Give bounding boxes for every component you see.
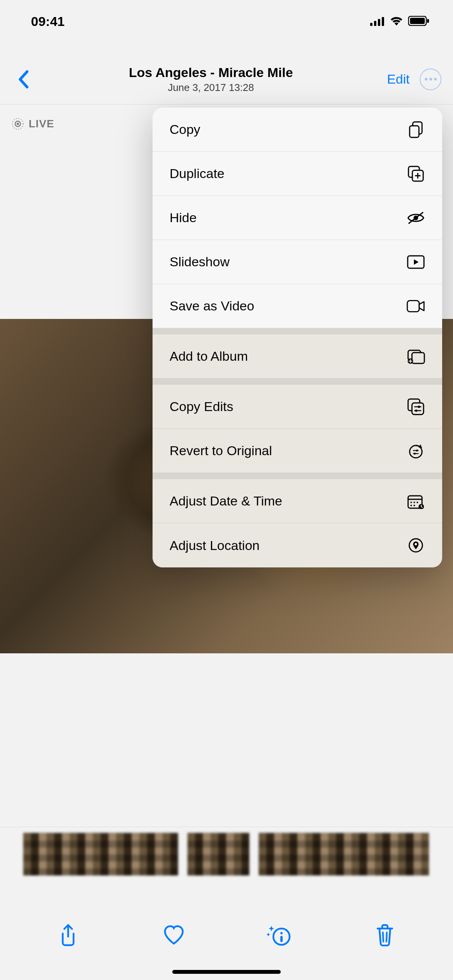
revert-icon (407, 442, 425, 460)
back-button[interactable] (12, 70, 35, 89)
svg-rect-2 (378, 19, 380, 26)
nav-title-group: Los Angeles - Miracle Mile June 3, 2017 … (35, 65, 387, 94)
svg-point-34 (414, 505, 415, 506)
menu-item-revert[interactable]: Revert to Original (153, 429, 442, 473)
heart-icon (163, 925, 185, 945)
share-icon (59, 923, 77, 947)
svg-line-42 (386, 932, 387, 942)
eye-slash-icon (407, 209, 425, 227)
live-badge: LIVE (12, 118, 54, 130)
share-button[interactable] (55, 922, 82, 949)
menu-item-slideshow[interactable]: Slideshow (153, 240, 442, 284)
svg-rect-1 (374, 21, 376, 26)
live-photo-icon (12, 118, 24, 130)
menu-item-duplicate[interactable]: Duplicate (153, 152, 442, 196)
svg-rect-10 (410, 126, 419, 137)
menu-item-label: Adjust Date & Time (170, 493, 282, 509)
live-badge-label: LIVE (29, 118, 54, 130)
play-rectangle-icon (407, 253, 425, 271)
svg-line-41 (383, 932, 383, 942)
svg-point-8 (17, 123, 19, 125)
svg-rect-15 (407, 300, 419, 312)
svg-rect-16 (412, 353, 424, 363)
svg-point-30 (410, 502, 412, 503)
location-icon (407, 536, 425, 555)
svg-point-27 (414, 452, 416, 454)
menu-separator (153, 473, 442, 479)
video-icon (407, 297, 425, 315)
duplicate-icon (407, 164, 425, 183)
menu-item-hide[interactable]: Hide (153, 196, 442, 240)
delete-button[interactable] (371, 922, 398, 949)
thumbnail[interactable] (23, 833, 178, 875)
wifi-icon (390, 14, 403, 29)
nav-title: Los Angeles - Miracle Mile (35, 65, 387, 80)
info-sparkle-icon (267, 924, 292, 946)
thumbnail-scrubber[interactable] (0, 827, 453, 877)
svg-rect-0 (370, 23, 372, 26)
trash-icon (375, 924, 395, 946)
menu-item-add-to-album[interactable]: Add to Album (153, 334, 442, 379)
menu-item-label: Copy (170, 122, 200, 137)
ellipsis-icon (425, 78, 437, 81)
menu-item-label: Copy Edits (170, 399, 233, 414)
svg-point-31 (414, 502, 415, 503)
battery-icon (408, 14, 430, 29)
menu-separator (153, 328, 442, 334)
menu-item-label: Revert to Original (170, 443, 272, 458)
sliders-copy-icon (407, 397, 425, 416)
edit-button[interactable]: Edit (387, 72, 410, 87)
svg-point-25 (416, 449, 418, 451)
thumbnail[interactable] (259, 833, 429, 875)
svg-rect-40 (280, 936, 283, 942)
menu-item-label: Save as Video (170, 298, 254, 314)
menu-item-copy-edits[interactable]: Copy Edits (153, 385, 442, 429)
menu-item-copy[interactable]: Copy (153, 108, 442, 152)
chevron-left-icon (17, 70, 29, 89)
svg-point-33 (410, 505, 412, 506)
nav-subtitle: June 3, 2017 13:28 (35, 82, 387, 94)
calendar-icon (407, 492, 425, 511)
status-indicators (370, 14, 430, 29)
home-indicator (172, 970, 281, 974)
status-bar: 09:41 (0, 0, 453, 43)
menu-item-adjust-date[interactable]: Adjust Date & Time (153, 479, 442, 523)
menu-item-label: Add to Album (170, 349, 248, 364)
menu-item-label: Hide (170, 210, 197, 225)
more-button[interactable] (420, 69, 441, 90)
thumbnail[interactable] (187, 833, 249, 875)
svg-rect-5 (410, 18, 425, 24)
cellular-icon (370, 14, 385, 29)
info-button[interactable] (266, 922, 293, 949)
status-time: 09:41 (31, 14, 65, 29)
action-menu: Copy Duplicate Hide Slideshow Save as Vi… (153, 108, 442, 567)
menu-item-save-as-video[interactable]: Save as Video (153, 284, 442, 328)
menu-item-label: Adjust Location (170, 538, 260, 553)
svg-rect-6 (427, 19, 429, 23)
favorite-button[interactable] (160, 922, 187, 949)
svg-rect-18 (412, 403, 424, 415)
svg-rect-3 (382, 17, 384, 26)
album-plus-icon (407, 347, 425, 366)
bottom-toolbar (0, 912, 453, 958)
svg-point-39 (280, 932, 283, 934)
svg-point-22 (415, 409, 417, 412)
menu-item-label: Duplicate (170, 166, 225, 181)
svg-point-20 (418, 406, 420, 408)
svg-point-37 (415, 543, 417, 545)
navigation-bar: Los Angeles - Miracle Mile June 3, 2017 … (0, 54, 453, 105)
svg-point-32 (417, 502, 418, 503)
menu-separator (153, 379, 442, 385)
menu-item-label: Slideshow (170, 254, 230, 269)
copy-icon (407, 120, 425, 139)
menu-item-adjust-location[interactable]: Adjust Location (153, 523, 442, 567)
